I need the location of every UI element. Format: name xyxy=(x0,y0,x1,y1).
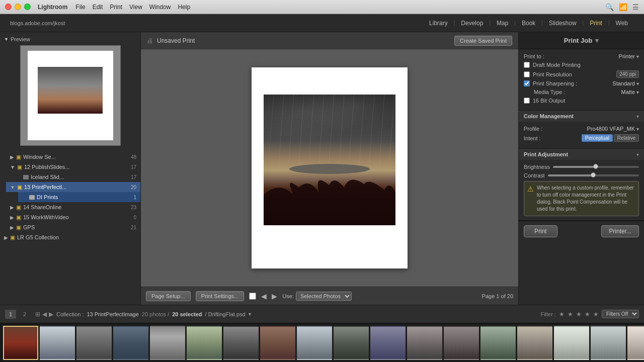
star-1[interactable]: ★ xyxy=(559,311,565,318)
nav-slideshow[interactable]: Slideshow xyxy=(543,14,583,32)
close-button[interactable] xyxy=(5,4,12,10)
color-management-section[interactable]: Color Management ▾ xyxy=(519,111,644,122)
filmstrip-thumb-5[interactable] xyxy=(150,326,185,360)
profile-value: Pro4800 VFAP_MK xyxy=(587,126,635,132)
sharpening-dropdown-icon[interactable]: ▾ xyxy=(636,81,639,86)
filmstrip-thumb-1[interactable] xyxy=(3,326,38,360)
page-setup-button[interactable]: Page Setup... xyxy=(146,291,191,301)
draft-mode-label: Draft Mode Printing xyxy=(533,62,581,68)
nav-web[interactable]: Web xyxy=(610,14,634,32)
media-type-row: Media Type : Matte ▾ xyxy=(534,89,639,95)
panel-expand-icon[interactable]: ▾ xyxy=(595,37,599,44)
filmstrip-thumb-3[interactable] xyxy=(76,326,112,360)
center-toolbar: 🖨 Unsaved Print Create Saved Print xyxy=(141,32,518,49)
filmstrip-thumb-13[interactable] xyxy=(444,326,479,360)
star-2[interactable]: ★ xyxy=(568,311,573,318)
list-icon[interactable]: ☰ xyxy=(632,3,639,11)
spotlight-icon[interactable]: 🔍 xyxy=(605,3,614,11)
grid-view-icon[interactable]: ⊞ xyxy=(35,311,40,318)
nav-map[interactable]: Map xyxy=(491,14,514,32)
minimize-button[interactable] xyxy=(15,4,21,10)
paper-photo-image xyxy=(264,95,395,225)
tree-icon: ▶ xyxy=(10,215,14,220)
selected-count: 20 selected xyxy=(172,311,202,317)
page-checkbox[interactable] xyxy=(249,293,256,300)
draft-mode-checkbox[interactable] xyxy=(524,62,530,68)
tree-count: 17 xyxy=(131,164,136,170)
tree-item-lr-g5[interactable]: ▶ ▣ LR G5 Collection xyxy=(0,232,140,242)
menu-view[interactable]: View xyxy=(129,4,142,11)
tree-item-gps[interactable]: ▶ ▣ GPS 21 xyxy=(6,222,140,232)
nav-library[interactable]: Library xyxy=(423,14,454,32)
tree-item-iceland[interactable]: Iceland Slid... 17 xyxy=(12,172,140,182)
filmstrip-next-icon[interactable]: ▶ xyxy=(49,311,53,318)
menu-file[interactable]: File xyxy=(75,4,85,11)
filmstrip-prev-icon[interactable]: ◀ xyxy=(42,311,47,318)
media-dropdown-icon[interactable]: ▾ xyxy=(636,89,639,95)
menu-print[interactable]: Print xyxy=(110,4,122,11)
brightness-slider[interactable] xyxy=(553,166,639,168)
filmstrip-thumb-6[interactable] xyxy=(187,326,222,360)
filmstrip xyxy=(0,323,644,362)
tree-icon: ▶ xyxy=(4,235,8,240)
menu-edit[interactable]: Edit xyxy=(93,4,103,11)
window-controls[interactable] xyxy=(5,4,31,10)
tree-item-di-prints[interactable]: DI Prints 1 xyxy=(18,192,140,202)
tree-item-share-online[interactable]: ▶ ▣ 14 ShareOnline 23 xyxy=(6,202,140,212)
profile-dropdown-icon[interactable]: ▾ xyxy=(636,126,639,132)
star-5[interactable]: ★ xyxy=(593,311,599,318)
printer-button[interactable]: Printer... xyxy=(601,225,639,237)
preview-photo xyxy=(38,67,103,114)
filmstrip-thumb-11[interactable] xyxy=(370,326,406,360)
prev-page-arrow[interactable]: ◀ xyxy=(261,292,267,300)
filmstrip-thumb-10[interactable] xyxy=(334,326,369,360)
menu-help[interactable]: Help xyxy=(178,4,191,11)
filters-off-select[interactable]: Filters Off xyxy=(602,310,639,318)
tree-item-window-se[interactable]: ▶ ▣ Window Se... 48 xyxy=(6,152,140,162)
star-4[interactable]: ★ xyxy=(585,311,590,318)
collections-tree: ▶ ▣ Window Se... 48 ▼ ▣ 12 PublishSlides… xyxy=(0,150,140,305)
filmstrip-thumb-18[interactable] xyxy=(627,326,644,360)
tree-item-publish-slides[interactable]: ▼ ▣ 12 PublishSlides... 17 xyxy=(6,162,140,172)
menu-window[interactable]: Window xyxy=(149,4,171,11)
nav-book[interactable]: Book xyxy=(516,14,541,32)
url-label: blogs.adobe.com/jkost xyxy=(10,20,65,26)
next-page-arrow[interactable]: ▶ xyxy=(272,292,277,300)
filmstrip-thumb-7[interactable] xyxy=(223,326,259,360)
star-3[interactable]: ★ xyxy=(576,311,582,318)
unsaved-print-label: Unsaved Print xyxy=(157,37,195,44)
print-to-dropdown-icon[interactable]: ▾ xyxy=(636,54,639,59)
filmstrip-thumb-8[interactable] xyxy=(260,326,295,360)
contrast-slider[interactable] xyxy=(548,174,639,176)
filename-dropdown[interactable]: ▾ xyxy=(249,311,251,317)
filmstrip-tab-2[interactable]: 2 xyxy=(19,310,30,319)
nav-develop[interactable]: Develop xyxy=(455,14,489,32)
filmstrip-thumb-16[interactable] xyxy=(554,326,589,360)
filmstrip-thumb-17[interactable] xyxy=(591,326,626,360)
tree-item-work-video[interactable]: ▶ ▣ 15 WorkWithVideo 0 xyxy=(6,212,140,222)
create-saved-print-button[interactable]: Create Saved Print xyxy=(454,36,512,46)
print-button[interactable]: Print xyxy=(524,225,557,237)
print-resolution-checkbox[interactable] xyxy=(524,71,530,77)
tree-item-print-perfect[interactable]: ▼ ▣ 13 PrintPerfectl... 20 xyxy=(6,182,140,192)
print-sharpening-label: Print Sharpening : xyxy=(533,80,577,86)
filmstrip-thumb-9[interactable] xyxy=(297,326,332,360)
nav-print[interactable]: Print xyxy=(584,14,608,32)
bit-output-checkbox[interactable] xyxy=(524,98,530,104)
maximize-button[interactable] xyxy=(24,4,31,10)
use-select[interactable]: Selected Photos xyxy=(296,292,352,301)
filmstrip-thumb-14[interactable] xyxy=(480,326,516,360)
filmstrip-thumb-2[interactable] xyxy=(40,326,75,360)
print-sharpening-checkbox[interactable] xyxy=(524,80,530,86)
filmstrip-tab-1[interactable]: 1 xyxy=(5,310,16,319)
print-settings-button[interactable]: Print Settings... xyxy=(196,291,245,301)
print-adjustment-section[interactable]: Print Adjustment ▾ xyxy=(519,149,644,160)
color-management-content: Profile : Pro4800 VFAP_MK ▾ Intent : Per… xyxy=(519,122,644,149)
intent-relative-button[interactable]: Relative xyxy=(614,134,639,142)
filmstrip-thumb-12[interactable] xyxy=(407,326,442,360)
filmstrip-thumb-4[interactable] xyxy=(113,326,148,360)
navbar: blogs.adobe.com/jkost Library | Develop … xyxy=(0,14,644,32)
intent-perceptual-button[interactable]: Perceptual xyxy=(582,134,613,142)
filmstrip-thumb-15[interactable] xyxy=(517,326,552,360)
filmstrip-view-icons: ⊞ ◀ ▶ xyxy=(35,311,53,318)
